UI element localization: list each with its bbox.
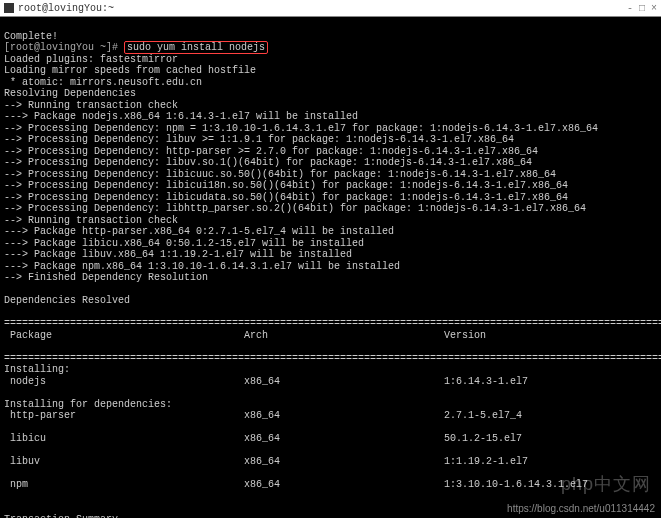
section-installing-deps: Installing for dependencies: (4, 399, 172, 410)
table-row: libicux86_6450.1.2-15.el7 (4, 433, 657, 445)
hdr-version: Version (444, 330, 657, 342)
line-dep2: --> Processing Dependency: libuv >= 1:1.… (4, 134, 514, 145)
hdr-arch: Arch (244, 330, 444, 342)
line-dep8: --> Processing Dependency: libhttp_parse… (4, 203, 586, 214)
terminal-output: Complete! [root@lovingYou ~]# sudo yum i… (0, 17, 661, 518)
line-dep6: --> Processing Dependency: libicui18n.so… (4, 180, 568, 191)
command-highlight: sudo yum install nodejs (124, 41, 268, 54)
table-row: nodejsx86_641:6.14.3-1.el7 (4, 376, 657, 388)
line-resolving: Resolving Dependencies (4, 88, 136, 99)
shell-prompt: [root@lovingYou ~]# (4, 42, 118, 53)
line-dep4: --> Processing Dependency: libuv.so.1()(… (4, 157, 532, 168)
line-dep7: --> Processing Dependency: libicudata.so… (4, 192, 568, 203)
line-pkg-libicu: ---> Package libicu.x86_64 0:50.1.2-15.e… (4, 238, 364, 249)
line-runcheck: --> Running transaction check (4, 100, 178, 111)
window-controls[interactable]: - □ × (627, 3, 657, 14)
footer-url: https://blog.csdn.net/u011314442 (507, 503, 655, 514)
line-pkg-nodejs: ---> Package nodejs.x86_64 1:6.14.3-1.el… (4, 111, 358, 122)
line-dep3: --> Processing Dependency: http-parser >… (4, 146, 538, 157)
tx-summary: Transaction Summary (4, 514, 118, 519)
table-row: http-parserx86_642.7.1-5.el7_4 (4, 410, 657, 422)
line-finished: --> Finished Dependency Resolution (4, 272, 208, 283)
line-deps-resolved: Dependencies Resolved (4, 295, 130, 306)
line-pkg-libuv: ---> Package libuv.x86_64 1:1.19.2-1.el7… (4, 249, 352, 260)
terminal-icon (4, 3, 14, 13)
table-header: PackageArchVersion (4, 330, 657, 342)
line-dep5: --> Processing Dependency: libicuuc.so.5… (4, 169, 556, 180)
window-title: root@lovingYou:~ (18, 3, 114, 14)
line-mirror2: * atomic: mirrors.neusoft.edu.cn (4, 77, 202, 88)
line-runcheck2: --> Running transaction check (4, 215, 178, 226)
line-dep1: --> Processing Dependency: npm = 1:3.10.… (4, 123, 598, 134)
hr-top: ========================================… (4, 318, 661, 329)
line-pkg-http: ---> Package http-parser.x86_64 0:2.7.1-… (4, 226, 394, 237)
hdr-package: Package (4, 330, 244, 342)
line-complete: Complete! (4, 31, 58, 42)
section-installing: Installing: (4, 364, 70, 375)
table-row: npmx86_641:3.10.10-1.6.14.3.1.el7 (4, 479, 657, 491)
table-row: libuvx86_641:1.19.2-1.el7 (4, 456, 657, 468)
hr-mid: ========================================… (4, 353, 661, 364)
line-plugins: Loaded plugins: fastestmirror (4, 54, 178, 65)
line-pkg-npm: ---> Package npm.x86_64 1:3.10.10-1.6.14… (4, 261, 400, 272)
window-titlebar: root@lovingYou:~ - □ × (0, 0, 661, 17)
line-mirror1: Loading mirror speeds from cached hostfi… (4, 65, 256, 76)
